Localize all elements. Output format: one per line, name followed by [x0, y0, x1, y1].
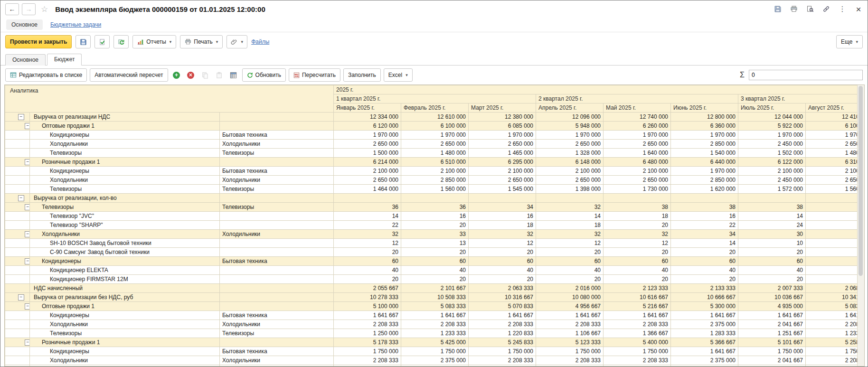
grid-value-cell[interactable]: 6 120 000 [334, 122, 401, 131]
row-name-cell[interactable]: Выручка от реализации, кол-во [30, 194, 220, 203]
grid-value-cell[interactable]: 1 560 000 [401, 185, 469, 194]
grid-value-cell[interactable]: 5 245 833 [469, 338, 536, 347]
grid-value-cell[interactable]: 22 [334, 221, 401, 230]
grid-value-cell[interactable]: 1 970 000 [536, 131, 604, 140]
grid-value-cell[interactable]: 20 [806, 275, 858, 284]
row-category-cell[interactable]: Холодильники [220, 230, 334, 239]
grid-value-cell[interactable]: 1 970 000 [401, 131, 469, 140]
grid-value-cell[interactable]: 2 650 000 [536, 176, 604, 185]
grid-value-cell[interactable]: 5 922 000 [738, 122, 806, 131]
grid-value-cell[interactable]: 20 [401, 275, 469, 284]
grid-value-cell[interactable] [334, 194, 401, 203]
grid-value-cell[interactable]: 1 641 667 [671, 311, 738, 320]
expander-icon[interactable]: − [25, 159, 30, 165]
row-name-cell[interactable]: Холодильники [30, 356, 220, 365]
grid-value-cell[interactable]: 1 640 000 [604, 149, 671, 158]
grid-value-cell[interactable]: 1 750 000 [401, 347, 469, 356]
grid-value-cell[interactable]: 6 214 000 [334, 158, 401, 167]
grid-value-cell[interactable]: 32 [536, 230, 604, 239]
grid-value-cell[interactable]: 1 970 000 [671, 131, 738, 140]
grid-value-cell[interactable]: 2 055 667 [334, 284, 401, 293]
grid-value-cell[interactable]: 2 100 000 [806, 167, 858, 176]
grid-value-cell[interactable]: 2 208 333 [806, 320, 858, 329]
grid-value-cell[interactable]: 6 360 000 [671, 122, 738, 131]
grid-value-cell[interactable]: 1 641 667 [604, 311, 671, 320]
grid-value-cell[interactable]: 2 100 000 [604, 167, 671, 176]
grid-value-cell[interactable]: 1 750 000 [334, 347, 401, 356]
expander-icon[interactable]: − [25, 123, 30, 129]
row-category-cell[interactable]: Бытовая техника [220, 257, 334, 266]
row-category-cell[interactable]: Бытовая техника [220, 311, 334, 320]
grid-value-cell[interactable]: 1 750 000 [604, 347, 671, 356]
grid-value-cell[interactable]: 38 [806, 203, 858, 212]
files-link[interactable]: Файлы [251, 38, 269, 45]
row-category-cell[interactable]: Холодильники [220, 356, 334, 365]
tab-main[interactable]: Основное [5, 54, 46, 66]
grid-value-cell[interactable]: 2 068 333 [806, 284, 858, 293]
grid-value-cell[interactable]: 60 [536, 257, 604, 266]
grid-value-cell[interactable]: 34 [469, 203, 536, 212]
grid-value-cell[interactable]: 2 100 000 [738, 167, 806, 176]
grid-value-cell[interactable]: 38 [604, 203, 671, 212]
grid-value-cell[interactable]: 20 [401, 248, 469, 257]
grid-value-cell[interactable]: 38 [671, 203, 738, 212]
grid-value-cell[interactable]: 1 750 000 [738, 347, 806, 356]
nav-link-budget-tasks[interactable]: Бюджетные задачи [50, 21, 101, 28]
grid-value-cell[interactable] [738, 194, 806, 203]
grid-value-cell[interactable]: 22 [671, 221, 738, 230]
grid-value-cell[interactable]: 1 328 000 [536, 149, 604, 158]
grid-value-cell[interactable]: 1 540 000 [671, 149, 738, 158]
grid-value-cell[interactable]: 2 650 000 [806, 140, 858, 149]
grid-value-cell[interactable]: 60 [738, 257, 806, 266]
grid-value-cell[interactable]: 16 [806, 212, 858, 221]
grid-value-cell[interactable]: 1 641 667 [469, 311, 536, 320]
link-icon[interactable] [822, 5, 830, 13]
grid-value-cell[interactable]: 2 100 000 [536, 167, 604, 176]
grid-value-cell[interactable]: 2 650 000 [604, 176, 671, 185]
grid-value-cell[interactable]: 2 100 000 [469, 167, 536, 176]
grid-value-cell[interactable]: 32 [604, 230, 671, 239]
sum-input[interactable] [749, 70, 863, 80]
reread-button[interactable] [113, 35, 129, 48]
grid-value-cell[interactable]: 20 [671, 275, 738, 284]
grid-value-cell[interactable]: 1 970 000 [738, 131, 806, 140]
grid-value-cell[interactable]: 2 650 000 [469, 140, 536, 149]
grid-value-cell[interactable]: 20 [738, 248, 806, 257]
grid-value-cell[interactable]: 1 233 333 [401, 329, 469, 338]
grid-value-cell[interactable]: 2 650 000 [806, 176, 858, 185]
grid-value-cell[interactable]: 20 [671, 248, 738, 257]
grid-value-cell[interactable]: 5 216 667 [604, 302, 671, 311]
grid-value-cell[interactable]: 6 260 000 [604, 122, 671, 131]
row-name-cell[interactable]: Кондиционеры [30, 131, 220, 140]
grid-value-cell[interactable]: 5 083 333 [806, 302, 858, 311]
grid-value-cell[interactable]: 5 400 000 [604, 338, 671, 347]
row-name-cell[interactable]: Оптовые продажи 1 [30, 122, 220, 131]
row-name-cell[interactable]: Телевизоры [30, 365, 220, 367]
expander-icon[interactable]: − [18, 294, 24, 301]
recalculate-button[interactable]: Пересчитать [289, 68, 340, 82]
grid-value-cell[interactable]: 13 [401, 239, 469, 248]
grid-value-cell[interactable]: 2 016 000 [536, 284, 604, 293]
grid-value-cell[interactable]: 20 [604, 221, 671, 230]
row-name-cell[interactable]: Холодильники [30, 176, 220, 185]
grid-value-cell[interactable]: 18 [536, 221, 604, 230]
grid-value-cell[interactable]: 2 041 667 [738, 356, 806, 365]
grid-value-cell[interactable]: 6 100 000 [806, 122, 858, 131]
grid-value-cell[interactable]: 2 450 000 [738, 140, 806, 149]
grid-value-cell[interactable]: 1 545 000 [469, 185, 536, 194]
grid-value-cell[interactable]: 5 083 333 [401, 302, 469, 311]
grid-value-cell[interactable]: 6 148 000 [536, 158, 604, 167]
fill-button[interactable]: Заполнить [343, 68, 381, 82]
paste-button[interactable] [214, 69, 225, 81]
grid-value-cell[interactable]: 6 100 000 [401, 122, 469, 131]
grid-value-cell[interactable]: 1 502 000 [738, 149, 806, 158]
grid-value-cell[interactable]: 6 510 000 [401, 158, 469, 167]
grid-value-cell[interactable]: 16 [469, 212, 536, 221]
forward-button[interactable]: → [22, 3, 36, 15]
row-category-cell[interactable]: Телевизоры [220, 365, 334, 367]
grid-value-cell[interactable]: 2 123 333 [604, 284, 671, 293]
grid-value-cell[interactable]: 1 480 000 [401, 149, 469, 158]
grid-value-cell[interactable]: 1 970 000 [806, 131, 858, 140]
row-category-cell[interactable]: Холодильники [220, 140, 334, 149]
tab-budget[interactable]: Бюджет [47, 54, 82, 66]
